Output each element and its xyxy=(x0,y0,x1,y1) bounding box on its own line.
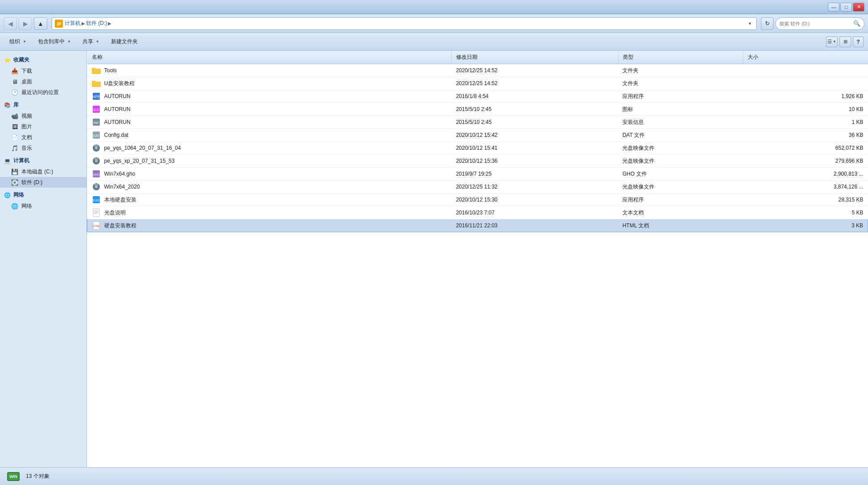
sidebar-item-desktop[interactable]: 🖥 桌面 xyxy=(0,76,86,87)
file-icon-3: ICO xyxy=(92,105,101,114)
table-row[interactable]: ISO pe_yqs_xp_20_07_31_15_53 2020/10/12 … xyxy=(87,155,868,168)
file-type-3: 图标 xyxy=(618,103,743,116)
file-name-9: Win7x64_2020 xyxy=(104,184,140,190)
view-button[interactable]: ☰ ▼ xyxy=(826,37,838,47)
sidebar-item-drive-d[interactable]: 💽 软件 (D:) xyxy=(0,177,86,188)
file-size-9: 3,874,126 ... xyxy=(743,181,868,193)
file-date-11: 2016/10/23 7:07 xyxy=(452,206,618,219)
table-row[interactable]: APP AUTORUN 2016/1/8 4:54应用程序1,926 KB xyxy=(87,90,868,103)
file-date-4: 2015/5/10 2:45 xyxy=(452,116,618,129)
video-icon: 📹 xyxy=(11,112,19,120)
forward-button[interactable]: ▶ xyxy=(19,17,32,30)
file-name-2: AUTORUN xyxy=(104,93,131,99)
search-input[interactable] xyxy=(779,21,852,26)
file-icon-8: GHO xyxy=(92,169,101,178)
file-date-6: 2020/10/12 15:41 xyxy=(452,142,618,155)
file-name-4: AUTORUN xyxy=(104,119,131,125)
file-area[interactable]: 名称 修改日期 类型 大小 Tools 2020/12/25 14:52文件夹 … xyxy=(87,51,868,467)
table-row[interactable]: DAT Config.dat 2020/10/12 15:42DAT 文件36 … xyxy=(87,129,868,142)
refresh-button[interactable]: ↻ xyxy=(761,17,773,30)
maximize-button[interactable]: □ xyxy=(840,3,852,12)
file-icon-6: ISO xyxy=(92,144,101,152)
documents-icon: 📄 xyxy=(11,133,19,141)
sidebar-item-documents[interactable]: 📄 文档 xyxy=(0,132,86,143)
column-header-name[interactable]: 名称 xyxy=(87,51,452,64)
file-size-8: 2,900,813 ... xyxy=(743,168,868,181)
back-button[interactable]: ◀ xyxy=(4,17,17,30)
sidebar: ⭐ 收藏夹 📥 下载 🖥 桌面 🕐 最近访问的位置 📚 库 xyxy=(0,51,87,467)
file-name-1: U盘安装教程 xyxy=(104,80,135,87)
table-row[interactable]: U盘安装教程 2020/12/25 14:52文件夹 xyxy=(87,77,868,90)
table-row[interactable]: ICO AUTORUN 2015/5/10 2:45图标10 KB xyxy=(87,103,868,116)
address-dropdown-button[interactable]: ▼ xyxy=(746,20,753,27)
view-icon: ☰ xyxy=(827,39,832,45)
sidebar-item-downloads[interactable]: 📥 下载 xyxy=(0,66,86,76)
sidebar-item-network[interactable]: 🌐 网络 xyxy=(0,201,86,211)
svg-text:GHO: GHO xyxy=(93,173,100,176)
file-type-2: 应用程序 xyxy=(618,90,743,103)
drive-c-label: 本地磁盘 (C:) xyxy=(21,168,53,176)
column-header-type[interactable]: 类型 xyxy=(618,51,743,64)
share-button[interactable]: 共享 ▼ xyxy=(78,36,104,48)
include-dropdown-icon: ▼ xyxy=(67,40,71,44)
computer-label: 计算机 xyxy=(13,157,29,164)
file-type-10: 应用程序 xyxy=(618,193,743,206)
file-icon-10: EXE xyxy=(92,195,101,204)
breadcrumb-drive[interactable]: 软件 (D:) xyxy=(86,20,107,27)
sidebar-item-music[interactable]: 🎵 音乐 xyxy=(0,143,86,153)
toolbar: 组织 ▼ 包含到库中 ▼ 共享 ▼ 新建文件夹 ☰ ▼ ⊞ ? xyxy=(0,33,868,51)
column-header-date[interactable]: 修改日期 xyxy=(452,51,618,64)
file-name-12: 硬盘安装教程 xyxy=(104,222,136,230)
music-label: 音乐 xyxy=(21,144,32,152)
breadcrumb-sep-2: ▶ xyxy=(108,21,111,26)
drive-d-label: 软件 (D:) xyxy=(21,179,42,186)
table-row[interactable]: HTML 硬盘安装教程 2016/11/21 22:03HTML 文档3 KB xyxy=(87,219,868,232)
file-date-5: 2020/10/12 15:42 xyxy=(452,129,618,142)
table-row[interactable]: EXE 本地硬盘安装 2020/10/12 15:30应用程序28,315 KB xyxy=(87,193,868,206)
sidebar-item-recent[interactable]: 🕐 最近访问的位置 xyxy=(0,87,86,98)
sidebar-network-header[interactable]: 🌐 网络 xyxy=(0,189,86,201)
table-row[interactable]: ISO pe_yqs_1064_20_07_31_16_04 2020/10/1… xyxy=(87,142,868,155)
column-header-size[interactable]: 大小 xyxy=(743,51,868,64)
file-size-5: 36 KB xyxy=(743,129,868,142)
file-icon-4: INF xyxy=(92,118,101,127)
new-folder-button[interactable]: 新建文件夹 xyxy=(106,36,143,48)
table-row[interactable]: Tools 2020/12/25 14:52文件夹 xyxy=(87,64,868,77)
include-library-label: 包含到库中 xyxy=(38,38,65,45)
search-bar[interactable]: 🔍 xyxy=(775,17,864,30)
address-bar[interactable]: 📁 计算机 ▶ 软件 (D:) ▶ ▼ xyxy=(52,17,757,30)
organize-dropdown-icon: ▼ xyxy=(23,40,26,44)
svg-text:INF: INF xyxy=(93,121,99,125)
help-button[interactable]: ? xyxy=(853,37,864,47)
video-label: 视频 xyxy=(21,112,32,120)
sidebar-item-drive-c[interactable]: 💾 本地磁盘 (C:) xyxy=(0,166,86,177)
table-row[interactable]: INF AUTORUN 2015/5/10 2:45安装信息1 KB xyxy=(87,116,868,129)
organize-button[interactable]: 组织 ▼ xyxy=(4,36,31,48)
up-button[interactable]: ▲ xyxy=(34,17,47,30)
search-icon[interactable]: 🔍 xyxy=(853,20,860,27)
file-size-4: 1 KB xyxy=(743,116,868,129)
music-icon: 🎵 xyxy=(11,144,19,152)
address-folder-icon: 📁 xyxy=(55,20,63,28)
network-item-label: 网络 xyxy=(21,202,32,210)
include-library-button[interactable]: 包含到库中 ▼ xyxy=(33,36,76,48)
status-text: 13 个对象 xyxy=(26,473,49,480)
sidebar-item-video[interactable]: 📹 视频 xyxy=(0,111,86,121)
downloads-label: 下载 xyxy=(21,67,32,75)
breadcrumb-computer[interactable]: 计算机 xyxy=(65,20,81,27)
sidebar-item-pictures[interactable]: 🖼 图片 xyxy=(0,121,86,132)
desktop-icon: 🖥 xyxy=(11,78,19,86)
preview-button[interactable]: ⊞ xyxy=(839,37,851,47)
minimize-button[interactable]: — xyxy=(828,3,839,12)
table-row[interactable]: 光盘说明 2016/10/23 7:07文本文档5 KB xyxy=(87,206,868,219)
drive-d-icon: 💽 xyxy=(11,178,19,186)
sidebar-library-header[interactable]: 📚 库 xyxy=(0,99,86,111)
table-row[interactable]: GHO Win7x64.gho 2019/9/7 19:25GHO 文件2,90… xyxy=(87,168,868,181)
sidebar-favorites-header[interactable]: ⭐ 收藏夹 xyxy=(0,54,86,66)
table-row[interactable]: ISO Win7x64_2020 2020/12/25 11:32光盘映像文件3… xyxy=(87,181,868,193)
close-button[interactable]: ✕ xyxy=(853,3,864,12)
pictures-label: 图片 xyxy=(21,123,32,131)
svg-text:EXE: EXE xyxy=(92,198,99,202)
library-icon: 📚 xyxy=(4,102,11,109)
sidebar-computer-header[interactable]: 💻 计算机 xyxy=(0,155,86,166)
